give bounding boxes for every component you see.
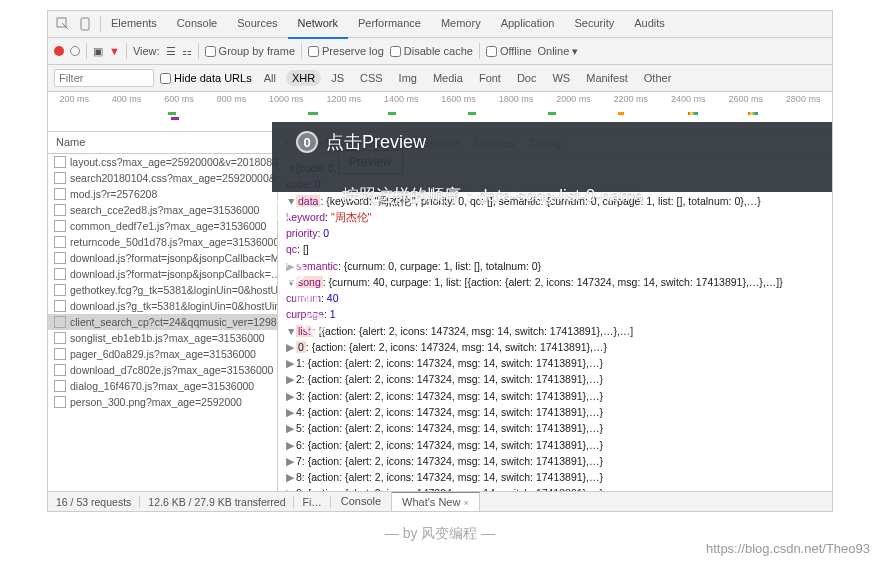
file-icon — [54, 252, 66, 264]
status-requests: 16 / 53 requests — [48, 496, 140, 508]
request-row[interactable]: dialog_16f4670.js?max_age=31536000 — [48, 378, 277, 394]
status-transferred: 12.6 KB / 27.9 KB transferred — [140, 496, 294, 508]
file-icon — [54, 204, 66, 216]
status-bar: 16 / 53 requests 12.6 KB / 27.9 KB trans… — [48, 491, 832, 511]
filter-type-font[interactable]: Font — [473, 70, 507, 86]
request-row[interactable]: mod.js?r=2576208 — [48, 186, 277, 202]
preserve-log[interactable]: Preserve log — [308, 45, 384, 57]
drawer-console-tab[interactable]: Console — [331, 492, 392, 511]
file-icon — [54, 380, 66, 392]
svg-rect-1 — [81, 18, 89, 30]
filter-type-doc[interactable]: Doc — [511, 70, 543, 86]
file-icon — [54, 172, 66, 184]
network-subbar: ▣ ▼ View: ☰ ⚏ Group by frame Preserve lo… — [48, 38, 832, 65]
file-icon — [54, 364, 66, 376]
disable-cache[interactable]: Disable cache — [390, 45, 473, 57]
request-row[interactable]: pager_6d0a829.js?max_age=31536000 — [48, 346, 277, 362]
tab-console[interactable]: Console — [167, 10, 227, 39]
filter-type-ws[interactable]: WS — [546, 70, 576, 86]
json-list-item[interactable]: ▶8: {action: {alert: 2, icons: 147324, m… — [286, 469, 824, 485]
json-list-item[interactable]: ▶2: {action: {alert: 2, icons: 147324, m… — [286, 371, 824, 387]
request-row[interactable]: songlist_eb1eb1b.js?max_age=31536000 — [48, 330, 277, 346]
file-icon — [54, 396, 66, 408]
request-row[interactable]: person_300.png?max_age=2592000 — [48, 394, 277, 410]
online-select[interactable]: Online ▾ — [537, 45, 578, 58]
devtools-window: ElementsConsoleSourcesNetworkPerformance… — [47, 10, 833, 512]
filter-type-img[interactable]: Img — [393, 70, 423, 86]
json-list-item[interactable]: ▶9: {action: {alert: 2, icons: 147324, m… — [286, 485, 824, 491]
tab-elements[interactable]: Elements — [101, 10, 167, 39]
request-row[interactable]: gethotkey.fcg?g_tk=5381&loginUin=0&hostU… — [48, 282, 277, 298]
filter-bar: Hide data URLs AllXHRJSCSSImgMediaFontDo… — [48, 65, 832, 92]
inspect-icon[interactable] — [56, 17, 70, 31]
tab-network[interactable]: Network — [288, 10, 348, 39]
json-list-item[interactable]: ▶3: {action: {alert: 2, icons: 147324, m… — [286, 388, 824, 404]
tab-performance[interactable]: Performance — [348, 10, 431, 39]
json-list-item[interactable]: ▶1: {action: {alert: 2, icons: 147324, m… — [286, 355, 824, 371]
file-icon — [54, 220, 66, 232]
file-icon — [54, 268, 66, 280]
file-icon — [54, 300, 66, 312]
request-row[interactable]: layout.css?max_age=25920000&v=20180803 — [48, 154, 277, 170]
camera-icon[interactable]: ▣ — [93, 45, 103, 58]
json-list-item[interactable]: ▶5: {action: {alert: 2, icons: 147324, m… — [286, 420, 824, 436]
hide-data-urls[interactable]: Hide data URLs — [160, 72, 252, 84]
filter-icon[interactable]: ▼ — [109, 45, 120, 57]
clear-icon[interactable] — [70, 46, 80, 56]
request-row[interactable]: search_cce2ed8.js?max_age=31536000 — [48, 202, 277, 218]
json-list-item[interactable]: ▶7: {action: {alert: 2, icons: 147324, m… — [286, 453, 824, 469]
filter-type-manifest[interactable]: Manifest — [580, 70, 634, 86]
name-column-header[interactable]: Name — [48, 132, 277, 154]
request-row[interactable]: download.js?format=jsonp&jsonpCallback=… — [48, 266, 277, 282]
filter-type-media[interactable]: Media — [427, 70, 469, 86]
request-row[interactable]: client_search_cp?ct=24&qqmusic_ver=1298&… — [48, 314, 277, 330]
tab-security[interactable]: Security — [564, 10, 624, 39]
offline[interactable]: Offline — [486, 45, 532, 57]
main-toolbar: ElementsConsoleSourcesNetworkPerformance… — [48, 11, 832, 38]
view-label: View: — [133, 45, 160, 57]
record-icon[interactable] — [54, 46, 64, 56]
json-key-data: data — [296, 195, 320, 207]
file-icon — [54, 316, 66, 328]
view-list-icon[interactable]: ☰ — [166, 45, 176, 58]
file-icon — [54, 188, 66, 200]
device-icon[interactable] — [78, 17, 92, 31]
request-row[interactable]: common_dedf7e1.js?max_age=31536000 — [48, 218, 277, 234]
request-row[interactable]: returncode_50d1d78.js?max_age=31536000 — [48, 234, 277, 250]
annotation-overlay — [272, 122, 832, 192]
view-grid-icon[interactable]: ⚏ — [182, 45, 192, 58]
file-icon — [54, 156, 66, 168]
request-list: Name layout.css?max_age=25920000&v=20180… — [48, 132, 278, 491]
file-icon — [54, 236, 66, 248]
panel-tabs: ElementsConsoleSourcesNetworkPerformance… — [101, 10, 832, 39]
filter-type-all[interactable]: All — [258, 70, 282, 86]
tab-sources[interactable]: Sources — [227, 10, 287, 39]
filter-type-xhr[interactable]: XHR — [286, 70, 321, 86]
request-row[interactable]: search20180104.css?max_age=25920000&v=2… — [48, 170, 277, 186]
tab-audits[interactable]: Audits — [624, 10, 675, 39]
filter-types: AllXHRJSCSSImgMediaFontDocWSManifestOthe… — [258, 70, 678, 86]
request-row[interactable]: download.js?g_tk=5381&loginUin=0&hostUin… — [48, 298, 277, 314]
json-key-list: list — [296, 325, 313, 337]
json-key-song: song — [296, 276, 323, 288]
group-by-frame[interactable]: Group by frame — [205, 45, 295, 57]
json-list-item[interactable]: ▶0: {action: {alert: 2, icons: 147324, m… — [286, 339, 824, 355]
json-preview[interactable]: ▼{code: 0,…} code: 0 ▼data: {keyword: "周… — [278, 154, 832, 491]
file-icon — [54, 284, 66, 296]
file-icon — [54, 332, 66, 344]
filter-type-other[interactable]: Other — [638, 70, 678, 86]
drawer-whatsnew-tab[interactable]: What's New× — [392, 492, 480, 511]
json-list-item[interactable]: ▶4: {action: {alert: 2, icons: 147324, m… — [286, 404, 824, 420]
request-row[interactable]: download.js?format=jsonp&jsonpCallback=M… — [48, 250, 277, 266]
json-list-item[interactable]: ▶6: {action: {alert: 2, icons: 147324, m… — [286, 437, 824, 453]
filter-type-css[interactable]: CSS — [354, 70, 389, 86]
filter-type-js[interactable]: JS — [325, 70, 350, 86]
filter-input[interactable] — [54, 69, 154, 87]
file-icon — [54, 348, 66, 360]
tab-application[interactable]: Application — [491, 10, 565, 39]
tab-memory[interactable]: Memory — [431, 10, 491, 39]
status-finish: Fi… — [294, 496, 330, 508]
request-row[interactable]: download_d7c802e.js?max_age=31536000 — [48, 362, 277, 378]
source-url: https://blog.csdn.net/Theo93 — [706, 541, 870, 556]
